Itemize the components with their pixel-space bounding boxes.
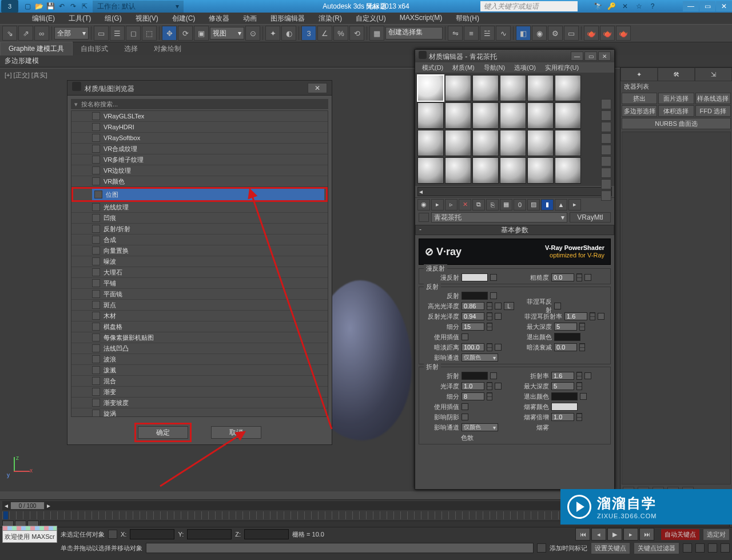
- sample-slot[interactable]: [417, 157, 444, 184]
- autokey-button[interactable]: 自动关键点: [661, 529, 699, 540]
- play-icon[interactable]: ▶: [607, 528, 622, 541]
- search-input[interactable]: 键入关键字或短语: [480, 1, 578, 11]
- list-item[interactable]: 平铺: [71, 278, 328, 289]
- sample-slot[interactable]: [472, 75, 499, 101]
- sample-slot[interactable]: [527, 157, 554, 184]
- exchange-icon[interactable]: ✕: [620, 1, 630, 11]
- reflect-swatch[interactable]: [462, 292, 488, 300]
- scale-icon[interactable]: ▣: [194, 26, 209, 41]
- ribbon-tab-graphite[interactable]: Graphite 建模工具: [0, 42, 73, 55]
- z-field[interactable]: [244, 529, 289, 539]
- binoculars-icon[interactable]: 🔭: [592, 1, 603, 11]
- refr-glossy-spinner[interactable]: 1.0: [462, 382, 484, 390]
- snap-icon[interactable]: 3: [301, 26, 316, 41]
- select-rect-icon[interactable]: ◻: [126, 26, 141, 41]
- list-item[interactable]: 平面镜: [71, 289, 328, 300]
- refr-interp-checkbox[interactable]: [462, 403, 468, 410]
- nav-max-icon[interactable]: [721, 543, 730, 553]
- browser-search-input[interactable]: 按名称搜索...: [71, 99, 328, 109]
- list-item[interactable]: VRaySoftbox: [71, 133, 328, 144]
- put-to-lib-icon[interactable]: ▦: [500, 199, 512, 211]
- sample-slot[interactable]: [472, 102, 499, 129]
- refl-affect-dropdown[interactable]: 仅颜色▾: [462, 354, 498, 362]
- me-close-button[interactable]: ✕: [598, 51, 611, 61]
- make-copy-icon[interactable]: ⧉: [472, 199, 485, 211]
- sample-slot[interactable]: [417, 102, 444, 129]
- me-menu-material[interactable]: 材质(M): [449, 63, 478, 72]
- list-item[interactable]: 渐变: [71, 387, 328, 398]
- refl-interp-checkbox[interactable]: [462, 333, 468, 340]
- link-icon[interactable]: ⇱: [80, 2, 89, 11]
- refr-exit-swatch[interactable]: [551, 392, 578, 400]
- menu-group[interactable]: 组(G): [98, 13, 128, 24]
- sample-slot[interactable]: [555, 130, 581, 156]
- cmd-btn-ffdsel[interactable]: FFD 选择: [695, 105, 731, 117]
- list-item[interactable]: 凹痕: [71, 213, 328, 224]
- link-icon[interactable]: ⇘: [2, 26, 17, 41]
- assign-icon[interactable]: ▹: [445, 199, 458, 211]
- cmd-btn-polysel[interactable]: 多边形选择: [622, 105, 657, 117]
- setkey-button[interactable]: 设置关键点: [591, 542, 630, 554]
- sample-uv-icon[interactable]: [601, 133, 611, 144]
- cmd-btn-nurbs[interactable]: NURBS 曲面选: [622, 118, 731, 129]
- manipulate-icon[interactable]: ✦: [265, 26, 280, 41]
- list-item[interactable]: 合成: [71, 235, 328, 245]
- list-item[interactable]: 混合: [71, 376, 328, 387]
- list-item[interactable]: VRayHDRI: [71, 122, 328, 133]
- select-by-mat-icon[interactable]: [601, 179, 611, 189]
- goto-start-icon[interactable]: ⏮: [575, 528, 590, 541]
- keymode-icon[interactable]: ◐: [281, 26, 296, 41]
- me-menu-navigate[interactable]: 导航(N): [480, 63, 508, 72]
- list-item[interactable]: 大理石: [71, 267, 328, 278]
- save-icon[interactable]: 💾: [46, 2, 55, 11]
- listener-input[interactable]: [146, 543, 534, 553]
- video-check-icon[interactable]: [601, 145, 611, 155]
- ribbon-tab-freeform[interactable]: 自由形式: [73, 42, 116, 55]
- list-item[interactable]: 棋盘格: [71, 321, 328, 332]
- list-item[interactable]: 反射/折射: [71, 224, 328, 235]
- bind-icon[interactable]: ∞: [34, 26, 49, 41]
- menu-animation[interactable]: 动画: [236, 13, 264, 24]
- select-window-icon[interactable]: ⬚: [142, 26, 157, 41]
- list-item[interactable]: 噪波: [71, 256, 328, 267]
- ribbon-tab-objectpaint[interactable]: 对象绘制: [146, 42, 189, 55]
- material-editor-icon[interactable]: ◉: [532, 26, 547, 41]
- undo-icon[interactable]: ↶: [57, 2, 66, 11]
- cmd-tab-create[interactable]: ✦: [620, 67, 658, 81]
- prev-frame-icon[interactable]: ◂: [591, 528, 606, 541]
- diffuse-swatch[interactable]: [462, 273, 488, 281]
- dialog-close-button[interactable]: ✕: [308, 83, 327, 93]
- me-menu-mode[interactable]: 模式(D): [419, 63, 447, 72]
- menu-edit[interactable]: 编辑(E): [25, 13, 62, 24]
- select-name-icon[interactable]: ☰: [110, 26, 125, 41]
- sample-slot[interactable]: [555, 102, 581, 129]
- help-icon[interactable]: ?: [647, 1, 658, 11]
- me-minimize-button[interactable]: —: [571, 51, 583, 61]
- menu-modifiers[interactable]: 修改器: [202, 13, 236, 24]
- cmd-tab-modify[interactable]: 🛠: [658, 67, 695, 81]
- me-maximize-button[interactable]: ▭: [584, 51, 597, 61]
- mat-map-nav-icon[interactable]: [601, 190, 611, 201]
- menu-create[interactable]: 创建(C): [165, 13, 202, 24]
- cmd-btn-patchsel[interactable]: 面片选择: [658, 93, 694, 104]
- redo-icon[interactable]: ↷: [69, 2, 78, 11]
- rglossy-spinner[interactable]: 0.94: [462, 312, 484, 320]
- key-icon[interactable]: 🔑: [606, 1, 616, 11]
- refl-exit-swatch[interactable]: [554, 333, 580, 341]
- refcoord-dropdown[interactable]: 视图▾: [210, 27, 244, 39]
- menu-customize[interactable]: 自定义(U): [349, 13, 393, 24]
- material-name-field[interactable]: 青花茶托▾: [431, 212, 567, 223]
- select-icon[interactable]: ▭: [94, 26, 109, 41]
- open-icon[interactable]: 📂: [34, 2, 43, 11]
- dim-falloff-spinner[interactable]: 0.0: [554, 343, 577, 351]
- menu-rendering[interactable]: 渲染(R): [312, 13, 349, 24]
- render-frame-icon[interactable]: ▭: [564, 26, 579, 41]
- render-iter-icon[interactable]: 🫖: [600, 26, 615, 41]
- unlink-icon[interactable]: ⇗: [18, 26, 33, 41]
- pick-material-icon[interactable]: [419, 213, 429, 222]
- menu-tools[interactable]: 工具(T): [62, 13, 98, 24]
- list-item[interactable]: 向量置换: [71, 245, 328, 256]
- fresnel-checkbox[interactable]: [554, 303, 561, 309]
- render-icon[interactable]: 🫖: [616, 26, 631, 41]
- dim-dist-spinner[interactable]: 100.0: [462, 343, 484, 351]
